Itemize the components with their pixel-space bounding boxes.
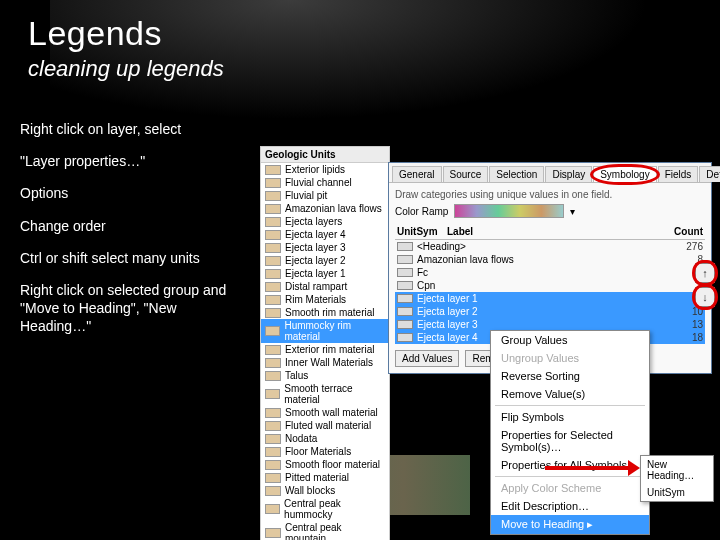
symbology-swatch-icon bbox=[397, 294, 413, 303]
layer-swatch-icon bbox=[265, 178, 281, 188]
symbology-row-count: 13 bbox=[663, 319, 703, 330]
symbology-row-count: 276 bbox=[663, 241, 703, 252]
layer-panel-item-label: Smooth wall material bbox=[285, 407, 378, 418]
layer-swatch-icon bbox=[265, 256, 281, 266]
symbology-row[interactable]: Ejecta layer 210 bbox=[395, 305, 705, 318]
layer-panel-item[interactable]: Wall blocks bbox=[261, 484, 389, 497]
symbology-row[interactable]: Ejecta layer 17 bbox=[395, 292, 705, 305]
layer-swatch-icon bbox=[265, 447, 281, 457]
layer-panel-item[interactable]: Inner Wall Materials bbox=[261, 356, 389, 369]
layer-panel-item[interactable]: Floor Materials bbox=[261, 445, 389, 458]
move-down-button[interactable]: ↓ bbox=[695, 287, 715, 307]
page-subtitle: cleaning up legends bbox=[28, 56, 224, 82]
symbology-swatch-icon bbox=[397, 255, 413, 264]
context-submenu: New Heading…UnitSym bbox=[640, 455, 714, 502]
annotation-arrow-icon bbox=[545, 466, 630, 470]
layer-panel-item[interactable]: Ejecta layer 1 bbox=[261, 267, 389, 280]
layer-panel-item-label: Wall blocks bbox=[285, 485, 335, 496]
layer-panel-item[interactable]: Smooth rim material bbox=[261, 306, 389, 319]
layer-panel-item[interactable]: Ejecta layer 4 bbox=[261, 228, 389, 241]
menu-item: Apply Color Scheme bbox=[491, 479, 649, 497]
instruction-line: Ctrl or shift select many units bbox=[20, 249, 240, 267]
submenu-item[interactable]: UnitSym bbox=[641, 484, 713, 501]
symbology-row-label: Ejecta layer 3 bbox=[417, 319, 663, 330]
menu-item[interactable]: Group Values bbox=[491, 331, 649, 349]
page-title: Legends bbox=[28, 14, 162, 53]
layer-panel-item[interactable]: Smooth floor material bbox=[261, 458, 389, 471]
menu-item[interactable]: Edit Description… bbox=[491, 497, 649, 515]
layer-panel-item-label: Exterior rim material bbox=[285, 344, 374, 355]
layer-swatch-icon bbox=[265, 191, 281, 201]
add-values-button[interactable]: Add Values bbox=[395, 350, 459, 367]
layer-panel-item[interactable]: Exterior lipids bbox=[261, 163, 389, 176]
layer-swatch-icon bbox=[265, 295, 281, 305]
layer-panel-item-label: Nodata bbox=[285, 433, 317, 444]
colorramp[interactable] bbox=[454, 204, 564, 218]
symbology-table-header: UnitSym Label Count bbox=[395, 224, 705, 240]
colorramp-dropdown-icon[interactable]: ▾ bbox=[570, 206, 575, 217]
menu-item[interactable]: Remove Value(s) bbox=[491, 385, 649, 403]
layer-swatch-icon bbox=[265, 326, 280, 336]
layer-panel-item-label: Ejecta layers bbox=[285, 216, 342, 227]
layer-panel-item-label: Smooth terrace material bbox=[284, 383, 385, 405]
symbology-hint: Draw categories using unique values in o… bbox=[395, 189, 705, 200]
layer-panel-item[interactable]: Central peak hummocky bbox=[261, 497, 389, 521]
menu-item[interactable]: Move to Heading ▸ bbox=[491, 515, 649, 534]
layer-swatch-icon bbox=[265, 389, 280, 399]
menu-item[interactable]: Flip Symbols bbox=[491, 408, 649, 426]
layer-panel-item[interactable]: Fluted wall material bbox=[261, 419, 389, 432]
layer-panel-item[interactable]: Pitted material bbox=[261, 471, 389, 484]
tab-selection[interactable]: Selection bbox=[489, 166, 544, 182]
menu-separator bbox=[495, 476, 645, 477]
layer-swatch-icon bbox=[265, 165, 281, 175]
tab-source[interactable]: Source bbox=[443, 166, 489, 182]
symbology-row[interactable]: Fc5 bbox=[395, 266, 705, 279]
layer-swatch-icon bbox=[265, 473, 281, 483]
layer-panel-item[interactable]: Ejecta layer 2 bbox=[261, 254, 389, 267]
layer-panel-item-label: Exterior lipids bbox=[285, 164, 345, 175]
layer-panel-item[interactable]: Exterior rim material bbox=[261, 343, 389, 356]
layer-panel-item-label: Rim Materials bbox=[285, 294, 346, 305]
symbology-row[interactable]: <Heading>276 bbox=[395, 240, 705, 253]
symbology-row[interactable]: Cpn1 bbox=[395, 279, 705, 292]
symbology-swatch-icon bbox=[397, 320, 413, 329]
layer-panel-item[interactable]: Smooth terrace material bbox=[261, 382, 389, 406]
tab-general[interactable]: General bbox=[392, 166, 442, 182]
layer-swatch-icon bbox=[265, 434, 281, 444]
layer-panel-item[interactable]: Ejecta layer 3 bbox=[261, 241, 389, 254]
tab-symbology[interactable]: Symbology bbox=[593, 166, 656, 182]
layer-panel-item[interactable]: Talus bbox=[261, 369, 389, 382]
menu-item[interactable]: Properties for Selected Symbol(s)… bbox=[491, 426, 649, 456]
layer-panel-item[interactable]: Nodata bbox=[261, 432, 389, 445]
layer-swatch-icon bbox=[265, 358, 281, 368]
symbology-row-label: Ejecta layer 1 bbox=[417, 293, 663, 304]
submenu-item[interactable]: New Heading… bbox=[641, 456, 713, 484]
menu-item[interactable]: Reverse Sorting bbox=[491, 367, 649, 385]
instruction-line: Options bbox=[20, 184, 240, 202]
layer-panel-item[interactable]: Smooth wall material bbox=[261, 406, 389, 419]
move-up-button[interactable]: ↑ bbox=[695, 263, 715, 283]
symbology-row[interactable]: Amazonian lava flows8 bbox=[395, 253, 705, 266]
menu-item: Ungroup Values bbox=[491, 349, 649, 367]
context-menu: Group ValuesUngroup ValuesReverse Sortin… bbox=[490, 330, 650, 535]
layer-panel-item[interactable]: Rim Materials bbox=[261, 293, 389, 306]
tab-definition-query[interactable]: Definition Query bbox=[699, 166, 720, 182]
menu-item[interactable]: Properties for All Symbols… bbox=[491, 456, 649, 474]
layer-panel-item[interactable]: Fluvial channel bbox=[261, 176, 389, 189]
layer-panel-item[interactable]: Distal rampart bbox=[261, 280, 389, 293]
layer-panel-item-label: Ejecta layer 4 bbox=[285, 229, 346, 240]
layer-swatch-icon bbox=[265, 486, 281, 496]
layer-swatch-icon bbox=[265, 528, 281, 538]
tab-display[interactable]: Display bbox=[545, 166, 592, 182]
layer-panel-item-label: Central peak mountain bbox=[285, 522, 385, 540]
symbology-row-label: <Heading> bbox=[417, 241, 663, 252]
tab-fields[interactable]: Fields bbox=[658, 166, 699, 182]
layer-panel-item[interactable]: Fluvial pit bbox=[261, 189, 389, 202]
layer-swatch-icon bbox=[265, 230, 281, 240]
layer-panel-item[interactable]: Central peak mountain bbox=[261, 521, 389, 540]
layer-panel-item-label: Fluvial channel bbox=[285, 177, 352, 188]
layer-panel-item[interactable]: Amazonian lava flows bbox=[261, 202, 389, 215]
layer-swatch-icon bbox=[265, 217, 281, 227]
layer-panel-item[interactable]: Ejecta layers bbox=[261, 215, 389, 228]
layer-panel-item[interactable]: Hummocky rim material bbox=[261, 319, 389, 343]
